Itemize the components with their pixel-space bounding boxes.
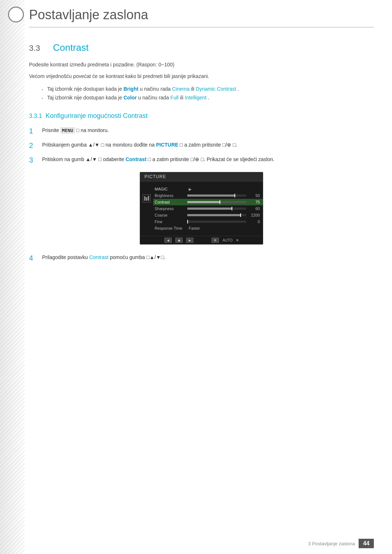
- monitor-body: MAGIC ▶ Brightness 50 Contrast: [140, 181, 263, 236]
- top-circle-icon: [8, 7, 24, 22]
- monitor-sidebar-icon: [143, 194, 151, 202]
- svg-rect-2: [148, 196, 149, 201]
- steps-list: 1 Prisnite MENU □ na monitoru. 2 Pritisk…: [29, 126, 374, 165]
- menu-row-sharpness: Sharpness 60: [153, 205, 263, 212]
- bullet-item-1: Taj izbornik nije dostupan kada je Brigh…: [40, 85, 374, 94]
- footer-section-label: 3 Postavljanje zaslona: [308, 541, 355, 546]
- menu-row-brightness: Brightness 50: [153, 192, 263, 199]
- menu-row-fine: Fine 0: [153, 218, 263, 225]
- section-heading: 3.3 Contrast: [29, 42, 374, 53]
- page-title: Postavljanje zaslona: [29, 7, 374, 28]
- monitor-header: PICTURE: [140, 172, 263, 181]
- step-2: 2 Pritiskanjem gumba ▲/▼ □ na monitoru d…: [29, 141, 374, 150]
- monitor-toolbar: ◄ ■ ► ⊕ AUTO: [140, 236, 263, 244]
- page-footer: 3 Postavljanje zaslona 44: [308, 539, 374, 548]
- step-4: 4 Prilagodite postavku Contrast pomoću g…: [29, 253, 374, 263]
- step-1: 1 Prisnite MENU □ na monitoru.: [29, 126, 374, 136]
- subsection-title: Konfiguriranje mogućnosti Contrast: [46, 112, 148, 120]
- bullet-list: Taj izbornik nije dostupan kada je Brigh…: [40, 85, 374, 102]
- step-3: 3 Pritiskom na gumb ▲/▼ □ odaberite Cont…: [29, 155, 374, 165]
- footer-page-number: 44: [359, 539, 374, 548]
- menu-row-coarse: Coarse 2200: [153, 212, 263, 218]
- monitor-screenshot: PICTURE MAGIC ▶: [140, 172, 263, 245]
- toolbar-indicator: [236, 239, 238, 241]
- monitor-menu: MAGIC ▶ Brightness 50 Contrast: [153, 184, 263, 233]
- bullet-item-2: Taj izbornik nije dostupan kada je Color…: [40, 94, 374, 102]
- monitor-sidebar: [140, 184, 153, 233]
- svg-rect-1: [146, 197, 147, 201]
- subsection-heading: 3.3.1 Konfiguriranje mogućnosti Contrast: [29, 112, 374, 120]
- svg-rect-0: [144, 196, 146, 201]
- left-accent-overlay: [0, 0, 25, 554]
- toolbar-auto-label: AUTO: [222, 238, 233, 242]
- menu-row-response-time: Response Time Faster: [153, 225, 263, 231]
- subsection-number: 3.3.1: [29, 113, 42, 119]
- toolbar-right-btn[interactable]: ►: [186, 238, 193, 243]
- toolbar-select-btn[interactable]: ■: [175, 238, 183, 243]
- toolbar-enter-btn[interactable]: ⊕: [212, 238, 219, 243]
- section-title: Contrast: [53, 42, 89, 53]
- description-1: Podesite kontrast između predmeta i poza…: [29, 61, 374, 69]
- section-number: 3.3: [29, 44, 47, 53]
- menu-row-magic: MAGIC ▶: [153, 186, 263, 192]
- toolbar-left-btn[interactable]: ◄: [164, 238, 172, 243]
- menu-row-contrast: Contrast 75: [153, 199, 263, 205]
- description-2: Većom vrijednošću povećat će se kontrast…: [29, 72, 374, 80]
